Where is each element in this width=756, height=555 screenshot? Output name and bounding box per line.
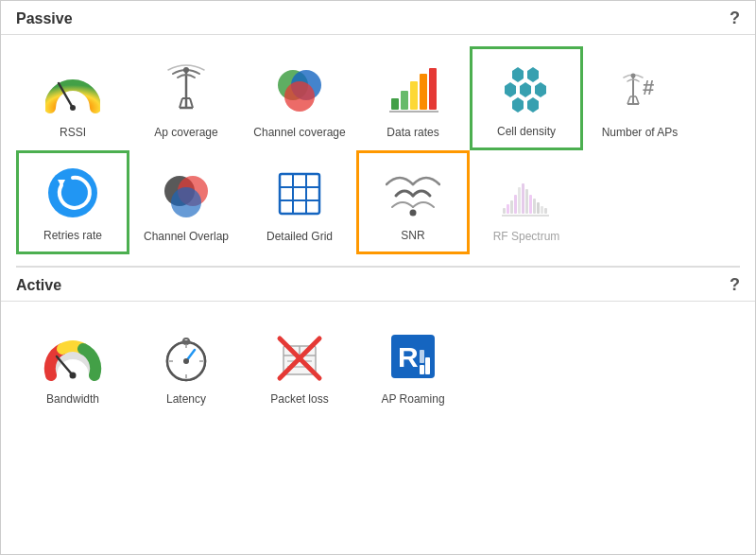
svg-marker-21 <box>535 82 546 97</box>
svg-marker-23 <box>527 97 539 113</box>
svg-rect-44 <box>510 200 513 214</box>
ap-coverage-icon <box>156 60 216 120</box>
tile-detailed-grid[interactable]: Detailed Grid <box>243 150 356 254</box>
active-section: Active ? Bandwidth <box>1 268 755 428</box>
svg-rect-42 <box>503 208 506 214</box>
latency-icon <box>156 326 216 387</box>
svg-text:#: # <box>643 76 654 99</box>
svg-rect-77 <box>425 357 430 374</box>
svg-rect-51 <box>537 202 540 214</box>
svg-point-7 <box>183 67 189 73</box>
data-rates-label: Data rates <box>387 126 438 141</box>
active-grid: Bandwidth <box>1 302 755 428</box>
svg-marker-17 <box>512 67 524 82</box>
channel-overlap-icon <box>156 164 216 224</box>
svg-marker-20 <box>520 82 531 97</box>
svg-rect-49 <box>529 195 532 214</box>
svg-rect-14 <box>420 74 427 110</box>
svg-rect-12 <box>401 91 408 110</box>
retries-rate-label: Retries rate <box>43 229 102 244</box>
passive-help[interactable]: ? <box>730 9 740 28</box>
tile-cell-density[interactable]: Cell density <box>470 46 583 150</box>
passive-grid: RSSI Ap coverage <box>1 35 755 266</box>
cell-density-label: Cell density <box>497 125 556 140</box>
number-of-aps-icon: # <box>610 60 670 120</box>
rssi-icon <box>43 60 103 120</box>
retries-rate-icon <box>43 163 103 223</box>
svg-rect-36 <box>280 174 319 214</box>
svg-marker-22 <box>512 97 524 113</box>
active-header: Active ? <box>1 268 755 302</box>
svg-rect-46 <box>518 187 521 214</box>
bandwidth-icon <box>43 326 103 387</box>
packet-loss-icon <box>269 326 330 387</box>
channel-coverage-label: Channel coverage <box>253 126 345 141</box>
svg-rect-13 <box>410 81 418 110</box>
number-of-aps-label: Number of APs <box>602 126 679 141</box>
svg-point-10 <box>284 81 315 112</box>
tile-packet-loss[interactable]: Packet loss <box>243 313 356 417</box>
cell-density-icon <box>496 59 557 119</box>
svg-rect-11 <box>391 98 399 110</box>
passive-section: Passive ? <box>1 1 755 266</box>
svg-rect-52 <box>541 206 543 214</box>
svg-rect-48 <box>525 189 528 214</box>
svg-point-1 <box>70 105 76 111</box>
tile-latency[interactable]: Latency <box>129 313 243 417</box>
rf-spectrum-icon <box>496 164 557 224</box>
rssi-label: RSSI <box>60 126 86 141</box>
svg-marker-18 <box>527 67 539 82</box>
svg-rect-50 <box>533 199 536 214</box>
passive-header: Passive ? <box>1 1 755 35</box>
svg-rect-47 <box>522 183 524 214</box>
snr-icon <box>383 163 443 223</box>
ap-roaming-label: AP Roaming <box>381 392 444 408</box>
tile-ap-coverage[interactable]: Ap coverage <box>129 46 243 150</box>
svg-rect-15 <box>429 68 437 110</box>
svg-text:R: R <box>398 341 419 373</box>
tile-number-of-aps[interactable]: # Number of APs <box>583 46 696 150</box>
svg-marker-19 <box>505 82 516 97</box>
tile-retries-rate[interactable]: Retries rate <box>16 150 129 254</box>
tile-channel-coverage[interactable]: Channel coverage <box>243 46 356 150</box>
svg-point-35 <box>171 187 201 217</box>
data-rates-icon <box>383 60 443 120</box>
svg-rect-78 <box>420 350 424 363</box>
passive-title: Passive <box>16 10 73 27</box>
channel-overlap-label: Channel Overlap <box>144 230 229 245</box>
ap-coverage-label: Ap coverage <box>154 126 217 141</box>
tile-snr[interactable]: SNR <box>356 150 470 254</box>
detailed-grid-label: Detailed Grid <box>266 230 333 245</box>
rf-spectrum-label: RF Spectrum <box>493 230 560 245</box>
tile-bandwidth[interactable]: Bandwidth <box>16 313 129 417</box>
packet-loss-label: Packet loss <box>270 392 328 408</box>
svg-point-41 <box>410 210 417 217</box>
svg-point-66 <box>183 358 189 364</box>
snr-label: SNR <box>401 229 424 244</box>
svg-line-28 <box>636 96 639 104</box>
tile-ap-roaming[interactable]: R AP Roaming <box>356 313 470 417</box>
svg-rect-76 <box>420 365 424 374</box>
latency-label: Latency <box>166 392 206 408</box>
channel-coverage-icon <box>269 60 330 120</box>
tile-data-rates[interactable]: Data rates <box>356 46 470 150</box>
svg-line-5 <box>180 98 182 108</box>
active-title: Active <box>16 277 61 294</box>
svg-rect-53 <box>544 208 547 214</box>
tile-rf-spectrum: RF Spectrum <box>470 150 583 254</box>
svg-line-27 <box>627 96 630 104</box>
tile-channel-overlap[interactable]: Channel Overlap <box>129 150 243 254</box>
svg-point-29 <box>631 74 636 78</box>
active-help[interactable]: ? <box>730 275 740 295</box>
svg-rect-43 <box>507 204 509 214</box>
svg-rect-45 <box>514 195 517 214</box>
ap-roaming-icon: R <box>383 326 443 387</box>
tile-rssi[interactable]: RSSI <box>16 46 129 150</box>
svg-line-6 <box>190 98 193 108</box>
bandwidth-label: Bandwidth <box>46 392 99 408</box>
detailed-grid-icon <box>269 164 330 224</box>
svg-point-56 <box>70 373 77 379</box>
